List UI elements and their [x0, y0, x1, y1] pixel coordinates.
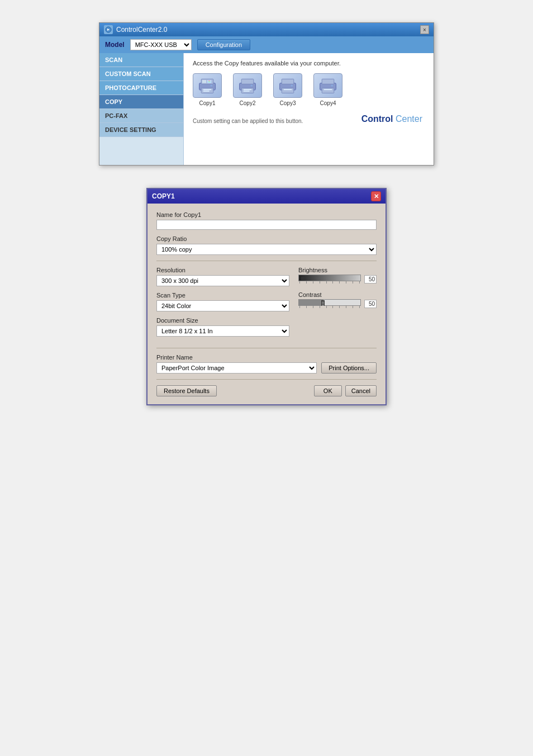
cc-content-hint: Custom setting can be applied to this bu… [193, 118, 303, 124]
copy1-left-col: Resolution 300 x 300 dpi Scan Type 24bit… [156, 267, 289, 342]
copy4-label: Copy4 [320, 100, 336, 106]
copy1-icon-button[interactable] [193, 73, 222, 98]
copy1-brightness-label: Brightness [298, 267, 377, 273]
sidebar-item-scan[interactable]: SCAN [99, 53, 183, 67]
copy1-contrast-section: Contrast [298, 291, 377, 308]
sidebar-item-custom-scan[interactable]: CUSTOM SCAN [99, 67, 183, 81]
svg-point-21 [291, 84, 293, 87]
copy1-name-input[interactable] [156, 220, 377, 230]
tick [320, 306, 320, 308]
copy1-label: Copy1 [199, 100, 216, 106]
sidebar-item-photocapture[interactable]: PHOTOCAPTURE [99, 81, 183, 95]
copy1-copyratio-label: Copy Ratio [156, 235, 377, 242]
sidebar-item-device-setting[interactable]: DEVICE SETTING [99, 123, 183, 137]
tick [326, 281, 327, 284]
cc-body: SCAN CUSTOM SCAN PHOTOCAPTURE COPY PC-FA… [99, 53, 434, 165]
copy1-divider-1 [156, 261, 377, 261]
copy1-name-label: Name for Copy1 [156, 211, 377, 218]
tick [353, 306, 353, 308]
copy1-contrast-label: Contrast [298, 291, 377, 298]
svg-rect-12 [241, 79, 254, 84]
copy1-right-col: Brightness [298, 267, 377, 342]
sidebar-item-pc-fax[interactable]: PC-FAX [99, 109, 183, 123]
copy4-button-wrap: Copy4 [313, 73, 342, 106]
copy1-contrast-ticks [298, 306, 361, 308]
copy3-label: Copy3 [280, 100, 296, 106]
svg-rect-15 [244, 91, 250, 92]
copy1-title: COPY1 [152, 192, 175, 200]
cc-title: ControlCenter2.0 [116, 26, 167, 34]
copy1-divider-2 [156, 348, 377, 348]
copy1-cancel-button[interactable]: Cancel [345, 385, 377, 396]
copy2-icon-button[interactable] [233, 73, 262, 98]
tick [313, 281, 313, 284]
copy1-ok-cancel-row: OK Cancel [314, 385, 377, 396]
copy1-titlebar: COPY1 ✕ [147, 189, 386, 204]
tick [339, 306, 340, 308]
cc-configuration-button[interactable]: Configuration [197, 39, 250, 50]
tick [332, 281, 333, 284]
cc-copy-buttons-row: Copy1 Copy2 [193, 73, 425, 106]
svg-rect-9 [208, 81, 211, 81]
copy1-footer: Restore Defaults OK Cancel [156, 379, 377, 396]
cc-brand-bold: Control [361, 114, 393, 124]
copy1-brightness-ticks [298, 281, 361, 284]
tick [299, 281, 300, 284]
svg-rect-19 [282, 88, 294, 93]
svg-rect-24 [322, 88, 334, 93]
cc-content-bottom: Custom setting can be applied to this bu… [193, 114, 425, 124]
copy1-resolution-section: Resolution 300 x 300 dpi [156, 267, 289, 286]
copy1-docsize-select[interactable]: Letter 8 1/2 x 11 In [156, 325, 289, 337]
svg-rect-7 [202, 80, 206, 83]
copy1-contrast-track [298, 299, 361, 306]
cc-content-description: Access the Copy features available via y… [193, 60, 425, 67]
copy1-brightness-value: 50 [364, 275, 377, 284]
svg-rect-23 [322, 79, 334, 84]
tick [346, 281, 346, 284]
tick [320, 281, 320, 284]
cc-model-label: Model [105, 41, 125, 49]
tick [306, 306, 307, 308]
tick [339, 281, 340, 284]
copy1-body: Name for Copy1 Copy Ratio 100% copy Reso… [147, 204, 386, 404]
copy1-brightness-section: Brightness [298, 267, 377, 284]
copy1-print-options-button[interactable]: Print Options... [321, 362, 377, 374]
cc-model-select[interactable]: MFC-XXX USB [130, 39, 192, 50]
copy1-contrast-lines [321, 300, 325, 306]
copy1-restore-defaults-button[interactable]: Restore Defaults [156, 385, 217, 396]
svg-rect-14 [244, 89, 251, 90]
copy1-docsize-section: Document Size Letter 8 1/2 x 11 In [156, 317, 289, 337]
copy1-printer-col: Printer Name PaperPort Color Image [156, 354, 317, 374]
svg-rect-25 [324, 89, 332, 90]
cc-app-icon [104, 25, 113, 34]
tick [359, 281, 360, 284]
sidebar-item-copy[interactable]: COPY [99, 95, 183, 109]
tick [313, 306, 313, 308]
tick [353, 281, 353, 284]
copy1-resolution-label: Resolution [156, 267, 289, 273]
copy1-printer-select[interactable]: PaperPort Color Image [156, 362, 317, 374]
copy1-ok-button[interactable]: OK [314, 385, 342, 396]
copy1-button-wrap: Copy1 [193, 73, 222, 106]
copy1-brightness-thumb[interactable] [301, 277, 306, 280]
copy1-resolution-select[interactable]: 300 x 300 dpi [156, 275, 289, 286]
svg-rect-5 [203, 91, 210, 92]
copy3-icon-button[interactable] [273, 73, 302, 98]
copy1-copyratio-select[interactable]: 100% copy [156, 244, 377, 255]
cc-content-area: Access the Copy features available via y… [183, 53, 434, 165]
cc-brand-light: Center [396, 114, 422, 124]
cc-close-button[interactable]: × [420, 25, 429, 34]
copy1-scantype-section: Scan Type 24bit Color [156, 292, 289, 311]
tick [299, 306, 300, 308]
copy4-icon-button[interactable] [313, 73, 342, 98]
copy2-button-wrap: Copy2 [233, 73, 262, 106]
tick [306, 281, 307, 284]
copy1-scantype-select[interactable]: 24bit Color [156, 300, 289, 311]
svg-rect-20 [284, 89, 292, 90]
copy1-close-button[interactable]: ✕ [371, 191, 381, 201]
svg-point-16 [250, 84, 253, 87]
copy1-docsize-label: Document Size [156, 317, 289, 324]
copy1-brightness-slider-row: 50 [298, 275, 377, 284]
copy1-brightness-track [298, 275, 361, 281]
copy1-name-section: Name for Copy1 [156, 211, 377, 230]
